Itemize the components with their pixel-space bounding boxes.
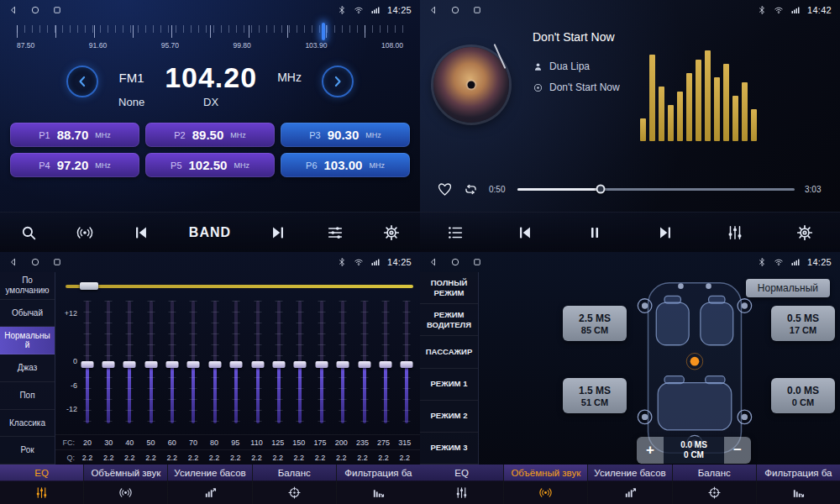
eq-preset-item[interactable]: Поп: [0, 382, 55, 410]
settings-button[interactable]: [382, 223, 401, 242]
next-station-button[interactable]: [269, 223, 287, 242]
preset-button-p3[interactable]: P390.30MHz: [281, 123, 410, 147]
tuning-pointer[interactable]: [322, 23, 325, 40]
eq-knob[interactable]: [123, 361, 136, 368]
tab-surround-sound[interactable]: Объёмный звук: [83, 465, 167, 504]
surround-mode-item[interactable]: РЕЖИМ 3: [420, 433, 478, 465]
seek-up-button[interactable]: [322, 66, 354, 97]
tuning-scale[interactable]: 87.50 91.60 95.70 99.80 103.90 108.00: [17, 25, 403, 52]
eq-band-slider[interactable]: [401, 301, 413, 423]
equalizer-button[interactable]: [726, 223, 744, 242]
back-icon[interactable]: [8, 257, 18, 267]
back-icon[interactable]: [428, 5, 438, 15]
seek-bar[interactable]: [517, 188, 795, 191]
tuner-settings-button[interactable]: [326, 223, 344, 242]
preset-button-p6[interactable]: P6103.00MHz: [281, 153, 410, 177]
surround-mode-item[interactable]: ПОЛНЫЙ РЕЖИМ: [420, 272, 478, 304]
home-icon[interactable]: [30, 5, 40, 15]
recents-icon[interactable]: [472, 5, 482, 15]
broadcast-button[interactable]: [76, 223, 94, 242]
eq-band-slider[interactable]: [166, 301, 179, 423]
repeat-icon[interactable]: [463, 181, 479, 197]
playlist-button[interactable]: [446, 223, 465, 242]
eq-band-slider[interactable]: [81, 301, 93, 423]
eq-master-slider[interactable]: [66, 285, 413, 288]
eq-knob[interactable]: [294, 361, 307, 368]
eq-knob[interactable]: [273, 361, 286, 368]
tab-eq[interactable]: EQ: [420, 465, 503, 504]
back-icon[interactable]: [8, 5, 18, 15]
profile-button[interactable]: Нормальный: [746, 279, 830, 297]
eq-knob[interactable]: [187, 361, 200, 368]
eq-preset-item[interactable]: Рок: [0, 437, 55, 465]
back-icon[interactable]: [428, 257, 438, 267]
tab-bass-boost[interactable]: Усиление басов: [587, 465, 671, 504]
eq-knob[interactable]: [144, 361, 157, 368]
home-icon[interactable]: [30, 257, 40, 267]
tab-balance[interactable]: Баланс: [252, 465, 336, 504]
preset-button-p4[interactable]: P497.20MHz: [10, 153, 139, 177]
tab-crossover-filter[interactable]: Фильтрация ба: [756, 465, 840, 504]
eq-knob[interactable]: [337, 361, 349, 368]
recents-icon[interactable]: [52, 5, 62, 15]
surround-mode-item[interactable]: РЕЖИМ 1: [420, 369, 478, 401]
eq-band-slider[interactable]: [315, 301, 328, 423]
eq-band-slider[interactable]: [358, 301, 370, 423]
preset-button-p1[interactable]: P188.70MHz: [10, 123, 139, 147]
recents-icon[interactable]: [52, 257, 62, 267]
delay-front-left[interactable]: 2.5 MS 85 CM: [563, 306, 627, 341]
home-icon[interactable]: [450, 5, 460, 15]
progress-knob[interactable]: [596, 185, 606, 194]
eq-knob[interactable]: [315, 361, 328, 368]
increase-delay-button[interactable]: +: [637, 437, 664, 464]
eq-knob[interactable]: [208, 361, 221, 368]
favorite-icon[interactable]: [437, 181, 453, 197]
home-icon[interactable]: [450, 257, 460, 267]
eq-band-slider[interactable]: [273, 301, 286, 423]
eq-knob[interactable]: [102, 361, 114, 368]
preset-button-p5[interactable]: P5102.50MHz: [145, 153, 275, 177]
eq-band-slider[interactable]: [144, 301, 157, 423]
eq-preset-item[interactable]: Обычай: [0, 300, 55, 328]
seek-down-button[interactable]: [66, 66, 98, 97]
previous-station-button[interactable]: [132, 223, 150, 242]
tab-surround-sound[interactable]: Объёмный звук: [503, 465, 587, 504]
eq-knob[interactable]: [379, 361, 391, 368]
eq-preset-item[interactable]: По умолчанию: [0, 272, 55, 300]
eq-band-slider[interactable]: [337, 301, 349, 423]
eq-band-slider[interactable]: [123, 301, 136, 423]
decrease-delay-button[interactable]: −: [724, 437, 751, 464]
surround-mode-item[interactable]: РЕЖИМ 2: [420, 401, 478, 433]
next-track-button[interactable]: [656, 223, 675, 242]
eq-preset-item[interactable]: Джаз: [0, 354, 55, 382]
tab-bass-boost[interactable]: Усиление басов: [167, 465, 251, 504]
preset-button-p2[interactable]: P289.50MHz: [145, 123, 275, 147]
delay-rear-right[interactable]: 0.0 MS 0 CM: [771, 378, 835, 413]
eq-band-slider[interactable]: [187, 301, 200, 423]
eq-band-slider[interactable]: [294, 301, 307, 423]
eq-band-slider[interactable]: [251, 301, 264, 423]
tab-eq[interactable]: EQ: [0, 465, 83, 504]
eq-preset-item[interactable]: Классика: [0, 410, 55, 438]
eq-band-slider[interactable]: [208, 301, 221, 423]
eq-knob[interactable]: [401, 361, 413, 368]
previous-track-button[interactable]: [516, 223, 534, 242]
eq-master-knob[interactable]: [80, 282, 98, 290]
recents-icon[interactable]: [472, 257, 482, 267]
tab-crossover-filter[interactable]: Фильтрация ба: [336, 465, 420, 504]
eq-band-slider[interactable]: [230, 301, 243, 423]
delay-front-right[interactable]: 0.5 MS 17 CM: [771, 306, 835, 341]
eq-knob[interactable]: [251, 361, 264, 368]
tab-balance[interactable]: Баланс: [672, 465, 756, 504]
eq-band-slider[interactable]: [102, 301, 114, 423]
pause-button[interactable]: [585, 223, 604, 242]
eq-knob[interactable]: [81, 361, 93, 368]
eq-knob[interactable]: [230, 361, 243, 368]
eq-knob[interactable]: [166, 361, 179, 368]
surround-mode-item[interactable]: ПАССАЖИР: [420, 336, 478, 368]
settings-button[interactable]: [795, 223, 814, 242]
eq-band-slider[interactable]: [379, 301, 391, 423]
surround-mode-item[interactable]: РЕЖИМ ВОДИТЕЛЯ: [420, 304, 478, 336]
delay-rear-left[interactable]: 1.5 MS 51 CM: [563, 378, 627, 413]
band-button[interactable]: BAND: [189, 225, 231, 240]
